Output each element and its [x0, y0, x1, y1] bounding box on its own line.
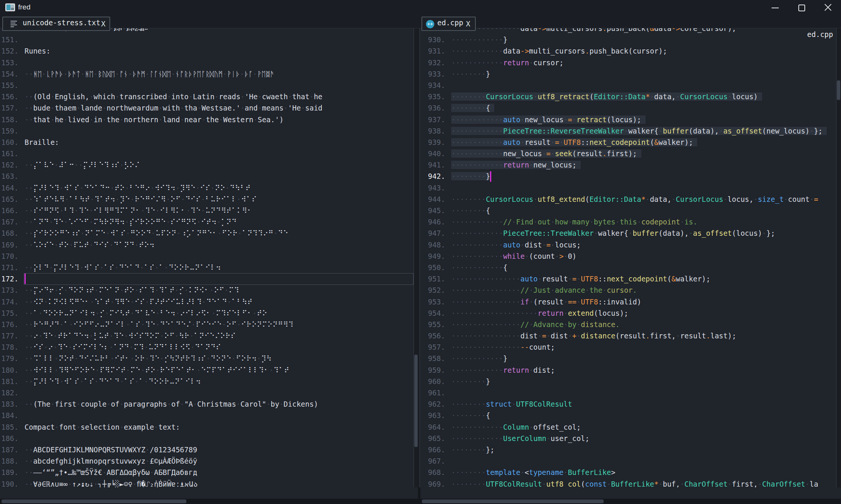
text-line[interactable]: 181.··⡍⠜⠇⠑⠹·⠺⠁⠎·⠁⠎·⠙⠑⠁⠙·⠁⠎·⠁·⠙⠕⠕⠗⠤⠝⠁⠊⠇⠲ — [0, 376, 414, 387]
whitespace-dot: · — [184, 286, 188, 294]
whitespace-dot: · — [495, 35, 499, 44]
code-line[interactable]: 957.················--count; — [420, 341, 836, 353]
text-line[interactable]: 164.··⡍⠜⠇⠑⠹·⠺⠁⠎·⠙⠑⠁⠙⠒·⠞⠕·⠃⠑⠛⠔·⠺⠊⠹⠲·⡹⠻⠑·⠊… — [0, 182, 414, 194]
text-line[interactable]: 158.··that·he·lived·in·the·northern·land… — [0, 114, 414, 125]
code-line[interactable]: 951.················auto·result·=·UTF8::… — [420, 273, 836, 284]
code-line[interactable]: 966.········}; — [420, 444, 836, 455]
code-line[interactable]: 935.········CursorLocus·utf8_retract(Edi… — [420, 91, 836, 102]
code-line[interactable]: 950.············{ — [420, 262, 836, 273]
text-line[interactable]: 177.··⠔·⠹⠑·⠞⠗⠁⠙⠑⠲·⡃⠥⠞·⠹⠑·⠺⠊⠎⠙⠕⠍·⠕⠋·⠳⠗·⠁⠝… — [0, 330, 414, 341]
text-line[interactable]: 187.··ABCDEFGHIJKLMNOPQRSTUVWXYZ·/012345… — [0, 444, 414, 455]
text-line[interactable]: 179.··⠩⠁⠇⠇·⠝⠕⠞·⠙⠊⠌⠥⠗⠃·⠊⠞⠂·⠕⠗·⠹⠑·⡊⠳⠝⠞⠗⠹⠰⠎… — [0, 353, 414, 364]
code-line[interactable]: 967. — [420, 455, 836, 467]
code-line[interactable]: 940.············new_locus·=·seek(result.… — [420, 148, 836, 159]
whitespace-dot: · — [191, 320, 195, 329]
text-line[interactable]: 183.··(The·first·couple·of·paragraphs·of… — [0, 398, 414, 410]
code-line[interactable]: 932.············return·cursor; — [420, 57, 836, 68]
left-vertical-scrollbar-thumb[interactable] — [414, 355, 418, 447]
text-line[interactable]: 163. — [0, 171, 414, 182]
left-editor-area[interactable]: 150.··ዓባይ·ማደሪያ·የለው፥·ግንድ·ይዞ·ይዞራል።151.152.… — [0, 23, 414, 490]
code-line[interactable]: 944.········CursorLocus·utf8_extend(Edit… — [420, 194, 836, 205]
close-button[interactable] — [816, 0, 840, 14]
right-editor-area[interactable]: 929.················data->multi_cursors.… — [420, 23, 836, 490]
text-line[interactable]: 154.··ᚻᛖ·ᚳᚹᚫᚦ·ᚦᚫᛏ·ᚻᛖ·ᛒᚢᛞᛖ·ᚩᚾ·ᚦᚫᛗ·ᛚᚪᚾᛞᛖ·ᚾ… — [0, 68, 414, 80]
right-horizontal-scrollbar-thumb[interactable] — [422, 499, 604, 503]
code-line[interactable]: 948.············auto·dist·=·locus; — [420, 239, 836, 250]
whitespace-dot: · — [469, 104, 473, 112]
text-line[interactable]: 165.··⠱⠁⠞⠑⠧⠻·⠁⠃⠳⠞·⠹⠁⠞⠲·⡹⠑·⠗⠑⠛⠊⠌⠻·⠕⠋·⠙⠊⠎·… — [0, 194, 414, 205]
code-line[interactable]: 958.············} — [420, 353, 836, 364]
text-line[interactable]: 173.··⡍⠔⠙⠖·⡊·⠙⠕⠝⠰⠞·⠍⠑⠁⠝·⠞⠕·⠎⠁⠹·⠹⠁⠞·⡊·⠅⠝⠪… — [0, 284, 414, 296]
code-line[interactable]: 943. — [420, 182, 836, 194]
whitespace-dot: · — [490, 434, 494, 443]
code-line[interactable]: 964.············Column·offset_col; — [420, 421, 836, 433]
code-line[interactable]: 952.················//·Just·advance·the·… — [420, 284, 836, 296]
text-line[interactable]: 157.··bude·thaem·lande·northweardum·with… — [0, 102, 414, 114]
code-line[interactable]: 946.············//·Find·out·how·many·byt… — [420, 216, 836, 227]
code-line[interactable]: 942.········} — [420, 171, 836, 182]
text-line[interactable]: 188.··abcdefghijklmnopqrstuvwxyz·£©µÀÆÖÞ… — [0, 455, 414, 467]
tab-unicode-stress[interactable]: unicode-stress.txt X — [2, 17, 110, 31]
text-line[interactable]: 176.··⠗⠑⠛⠜⠙·⠁·⠊⠕⠋⠋⠔⠤⠝⠁⠊⠇·⠁⠎·⠹⠑·⠙⠑⠁⠙⠑⠌·⠏⠊… — [0, 319, 414, 330]
code-line[interactable]: 947.············PieceTree::TreeWalker·wa… — [420, 227, 836, 239]
tab-close-icon[interactable]: X — [101, 20, 107, 28]
code-line[interactable]: 959.············return·dist; — [420, 364, 836, 376]
text-line[interactable]: 161. — [0, 148, 414, 159]
text-line[interactable]: 186. — [0, 433, 414, 444]
code-line[interactable]: 956.················dist·=·dist·+·distan… — [420, 330, 836, 341]
text-line[interactable]: 168.··⡎⠊⠗⠕⠕⠛⠑⠰⠎·⠝⠁⠍⠑·⠺⠁⠎·⠛⠕⠕⠙·⠥⠏⠕⠝·⠰⡡⠁⠝⠛… — [0, 227, 414, 239]
code-line[interactable]: 968.········template·<typename·BufferLik… — [420, 467, 836, 478]
code-line[interactable]: 937.············auto·new_locus·=·retract… — [420, 114, 836, 125]
code-line[interactable]: 936.········{ — [420, 102, 836, 114]
code-line[interactable]: 961. — [420, 387, 836, 398]
text-line[interactable]: 175.··⠁·⠙⠕⠕⠗⠤⠝⠁⠊⠇⠲·⡊·⠍⠊⠣⠞·⠙⠁⠧⠑·⠃⠑⠲·⠔⠊⠇⠔⠫… — [0, 307, 414, 319]
left-horizontal-scrollbar-thumb[interactable] — [2, 499, 186, 503]
tab-close-icon[interactable]: X — [466, 20, 472, 28]
code-line[interactable]: 939.············auto·result·=·UTF8::next… — [420, 137, 836, 148]
text-line[interactable]: 184. — [0, 410, 414, 421]
code-line[interactable]: 934. — [420, 80, 836, 91]
code-line[interactable]: 949.············while·(count·>·0) — [420, 250, 836, 262]
text-line[interactable]: 156.··(Old·English,·which·transcribed·in… — [0, 91, 414, 102]
text-line[interactable]: 162.··⡌⠁⠧⠑·⠼⠁⠒··⡍⠜⠇⠑⠹⠰⠎·⡣⠕⠌ — [0, 159, 414, 171]
text-line[interactable]: 169.··⠡⠕⠎⠑·⠞⠕·⠏⠥⠞·⠙⠊⠎·⠙⠁⠝⠙·⠞⠕⠲ — [0, 239, 414, 250]
code-line[interactable]: 933.········} — [420, 68, 836, 80]
right-horizontal-scrollbar[interactable] — [420, 499, 841, 504]
tab-ed-cpp[interactable]: ++ ed.cpp X — [421, 17, 476, 31]
text-line[interactable]: 171.··⡕⠇⠙·⡍⠜⠇⠑⠹·⠺⠁⠎·⠁⠎·⠙⠑⠁⠙·⠁⠎·⠁·⠙⠕⠕⠗⠤⠝⠁… — [0, 262, 414, 273]
text-line[interactable]: 159. — [0, 125, 414, 137]
text-line[interactable]: 178.··⠊⠎·⠔·⠹⠑·⠎⠊⠍⠊⠇⠑⠆·⠁⠝⠙·⠍⠹·⠥⠝⠙⠁⠇⠇⠪⠫·⠙⠁… — [0, 341, 414, 353]
code-line[interactable]: 931.············data->multi_cursors.push… — [420, 45, 836, 57]
code-line[interactable]: 938.············PieceTree::ReverseTreeWa… — [420, 125, 836, 137]
code-line[interactable]: 963.········{ — [420, 410, 836, 421]
code-line[interactable]: 962.········struct·UTF8ColResult — [420, 398, 836, 410]
code-line[interactable]: 941.············return·new_locus; — [420, 159, 836, 171]
text-line[interactable]: 160.Braille: — [0, 137, 414, 148]
text-line[interactable]: 170. — [0, 250, 414, 262]
text-line[interactable]: 174.··⠪⠝·⠅⠝⠪⠇⠫⠛⠑⠂·⠱⠁⠞·⠹⠻⠑·⠊⠎·⠏⠜⠞⠊⠊⠥⠇⠜⠇⠹·… — [0, 296, 414, 307]
whitespace-dot: · — [29, 480, 33, 488]
text-line[interactable]: 180.··⠺⠊⠇⠇·⠹⠻⠑⠋⠕⠗⠑·⠏⠻⠍⠊⠞·⠍⠑·⠞⠕·⠗⠑⠏⠑⠁⠞⠂·⠑… — [0, 364, 414, 376]
code-line[interactable]: 945.········{ — [420, 205, 836, 216]
text-line[interactable]: 185.Compact·font·selection·example·text: — [0, 421, 414, 433]
code-line[interactable]: 955.················//·Advance·by·distan… — [420, 319, 836, 330]
code-line[interactable]: 953.················if·(result·==·UTF8::… — [420, 296, 836, 307]
code-line[interactable]: 965.············UserColumn·user_col; — [420, 433, 836, 444]
text-line[interactable]: 182. — [0, 387, 414, 398]
code-line[interactable]: 954.····················return·extend(lo… — [420, 307, 836, 319]
maximize-button[interactable] — [789, 0, 813, 14]
text-line[interactable]: 152.Runes: — [0, 45, 414, 57]
text-line[interactable]: 155. — [0, 80, 414, 91]
left-horizontal-scrollbar[interactable] — [0, 499, 418, 504]
text-line[interactable]: 189.··–—‘“”„†•…‰™œŠŸž€·ΑΒΓΔΩαβγδω·АБВГДа… — [0, 467, 414, 478]
code-line[interactable]: 930.············} — [420, 34, 836, 45]
whitespace-dot: · — [269, 366, 273, 374]
text-line[interactable]: 153. — [0, 57, 414, 68]
code-line[interactable]: 960.········} — [420, 376, 836, 387]
right-vertical-scrollbar-thumb[interactable] — [837, 80, 840, 100]
text-line[interactable]: 166.··⠎⠊⠛⠝⠫·⠃⠹·⠹⠑·⠊⠇⠻⠛⠹⠍⠁⠝⠂·⠹⠑·⠊⠇⠻⠅⠂·⠹⠑·… — [0, 205, 414, 216]
text-line[interactable]: 151. — [0, 34, 414, 45]
tab-label: ed.cpp — [437, 18, 463, 27]
minimize-button[interactable] — [763, 0, 787, 14]
text-line[interactable]: 167.··⠁⠝⠙·⠹⠑·⠡⠊⠑⠋·⠍⠳⠗⠝⠻⠲·⡎⠊⠗⠕⠕⠛⠑·⠎⠊⠛⠝⠫·⠊… — [0, 216, 414, 227]
